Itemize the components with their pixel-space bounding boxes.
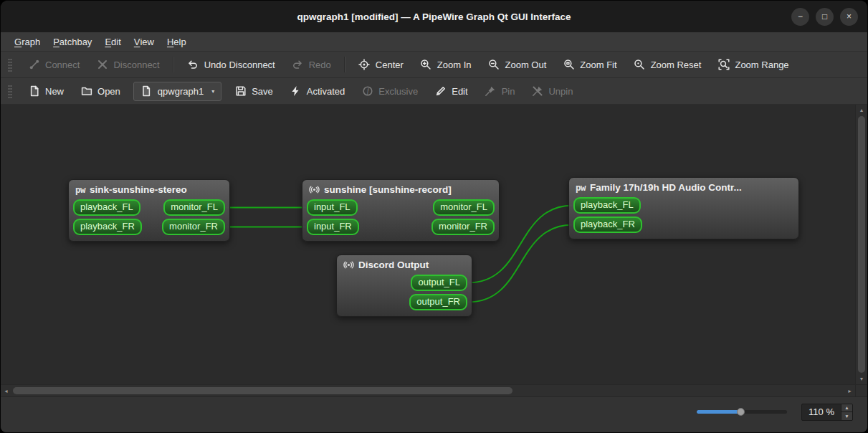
vertical-scroll-thumb[interactable] (858, 116, 865, 373)
connections-layer (1, 105, 855, 384)
horizontal-scroll-thumb[interactable] (13, 387, 512, 394)
app-window: qpwgraph1 [modified] — A PipeWire Graph … (0, 0, 868, 433)
port-monitor_FL[interactable]: monitor_FL (433, 199, 495, 216)
graph-zoom-out-label: Zoom Out (505, 60, 547, 70)
node-header[interactable]: pwsink-sunshine-stereo (73, 183, 225, 199)
graph-toolbar: ConnectDisconnectUndo DisconnectRedoCent… (1, 52, 867, 78)
main-area: pwsink-sunshine-stereoplayback_FLmonitor… (1, 105, 867, 384)
patchbay-edit-label: Edit (452, 86, 467, 97)
scroll-left-arrow-icon[interactable]: ◂ (1, 385, 11, 396)
zoom-slider-handle[interactable] (737, 408, 745, 416)
menu-view[interactable]: View (128, 32, 161, 51)
graph-zoom-in-label: Zoom In (437, 60, 472, 70)
port-output_FL[interactable]: output_FL (411, 275, 467, 291)
node-title: sunshine [sunshine-record] (324, 184, 452, 195)
pipewire-icon: pw (75, 184, 85, 195)
port-monitor_FR[interactable]: monitor_FR (431, 219, 495, 235)
patchbay-pin-button[interactable]: Pin (477, 82, 523, 101)
activated-icon (290, 85, 302, 97)
toolbar-drag-handle[interactable] (8, 84, 12, 98)
toolbar-drag-handle[interactable] (8, 57, 12, 72)
maximize-button[interactable]: □ (816, 8, 834, 26)
menu-graph[interactable]: Graph (8, 32, 47, 51)
zoom-range-icon (717, 59, 730, 71)
graph-disconnect-button[interactable]: Disconnect (89, 55, 166, 75)
patchbay-profile-combo[interactable]: qpwgraph1▾ (133, 82, 221, 101)
graph-undo-button[interactable]: Undo Disconnect (180, 55, 282, 75)
maximize-icon: □ (822, 12, 827, 21)
pipewire-icon: pw (576, 182, 586, 193)
zoom-reset-icon (634, 59, 646, 71)
patchbay-new-button[interactable]: New (21, 82, 71, 101)
horizontal-scrollbar[interactable]: ◂ ▸ (1, 385, 855, 396)
port-output_FR[interactable]: output_FR (409, 294, 467, 310)
scroll-right-arrow-icon[interactable]: ▸ (844, 385, 855, 396)
graph-node-sunshine[interactable]: sunshine [sunshine-record]input_FLmonito… (302, 179, 500, 242)
graph-canvas[interactable]: pwsink-sunshine-stereoplayback_FLmonitor… (1, 105, 855, 384)
graph-zoom-range-button[interactable]: Zoom Range (710, 55, 796, 75)
close-button[interactable]: × (840, 8, 858, 26)
zoom-out-icon (488, 59, 500, 71)
graph-zoom-range-label: Zoom Range (735, 60, 788, 70)
graph-node-discord[interactable]: Discord Outputoutput_FLoutput_FR (336, 254, 472, 317)
vertical-scrollbar[interactable]: ▴ ▾ (855, 105, 867, 384)
zoom-value[interactable]: 110 % (802, 404, 841, 420)
monitor-icon (309, 184, 320, 195)
graph-redo-button[interactable]: Redo (285, 55, 338, 75)
zoom-spin-down-button[interactable]: ▼ (841, 412, 852, 420)
port-input_FL[interactable]: input_FL (307, 199, 358, 216)
svg-text:f: f (367, 87, 370, 95)
node-header[interactable]: Discord Output (341, 258, 467, 275)
menu-patchbay[interactable]: Patchbay (47, 32, 98, 51)
zoom-fit-icon (563, 59, 575, 71)
node-header[interactable]: pwFamily 17h/19h HD Audio Contr... (573, 181, 794, 197)
titlebar[interactable]: qpwgraph1 [modified] — A PipeWire Graph … (1, 1, 867, 32)
patchbay-activated-label: Activated (307, 86, 345, 97)
graph-node-family[interactable]: pwFamily 17h/19h HD Audio Contr...playba… (568, 177, 799, 239)
scroll-down-arrow-icon[interactable]: ▾ (856, 373, 867, 384)
zoom-spinbox[interactable]: 110 % ▲ ▼ (801, 404, 853, 421)
horizontal-scroll-track[interactable] (11, 385, 844, 396)
edit-icon (434, 85, 447, 97)
port-playback_FR[interactable]: playback_FR (573, 217, 642, 233)
graph-zoom-out-button[interactable]: Zoom Out (481, 55, 554, 75)
unpin-icon (531, 85, 543, 97)
patchbay-edit-button[interactable]: Edit (427, 82, 474, 101)
graph-center-button[interactable]: Center (351, 55, 411, 75)
zoom-slider[interactable] (697, 406, 787, 419)
graph-zoom-in-button[interactable]: Zoom In (413, 55, 479, 75)
toolbar-separator (173, 57, 174, 72)
scrollbar-corner (855, 385, 867, 396)
port-monitor_FR[interactable]: monitor_FR (162, 219, 225, 235)
patchbay-exclusive-button[interactable]: fExclusive (354, 82, 425, 101)
statusbar: 110 % ▲ ▼ (1, 396, 867, 432)
patchbay-unpin-button[interactable]: Unpin (524, 82, 580, 101)
patchbay-save-button[interactable]: Save (227, 82, 280, 101)
menu-help[interactable]: Help (161, 32, 193, 51)
port-playback_FL[interactable]: playback_FL (73, 199, 140, 216)
minimize-button[interactable]: − (791, 8, 809, 26)
graph-zoom-fit-label: Zoom Fit (580, 60, 616, 70)
menu-edit[interactable]: Edit (98, 32, 127, 51)
scroll-up-arrow-icon[interactable]: ▴ (856, 105, 867, 115)
node-header[interactable]: sunshine [sunshine-record] (307, 183, 495, 199)
zoom-spin-arrows: ▲ ▼ (841, 404, 852, 420)
patchbay-activated-button[interactable]: Activated (282, 82, 352, 101)
graph-zoom-fit-button[interactable]: Zoom Fit (555, 55, 624, 75)
node-title: Family 17h/19h HD Audio Contr... (590, 182, 742, 193)
chevron-down-icon: ▾ (211, 88, 214, 95)
port-playback_FL[interactable]: playback_FL (573, 197, 641, 214)
new-icon (28, 85, 40, 97)
zoom-spin-up-button[interactable]: ▲ (841, 404, 852, 413)
port-monitor_FL[interactable]: monitor_FL (163, 199, 225, 216)
patchbay-save-label: Save (252, 86, 273, 97)
patchbay-open-button[interactable]: Open (73, 82, 128, 101)
port-input_FR[interactable]: input_FR (307, 219, 359, 235)
graph-node-sink[interactable]: pwsink-sunshine-stereoplayback_FLmonitor… (68, 179, 230, 242)
center-icon (358, 59, 371, 71)
graph-disconnect-label: Disconnect (113, 60, 159, 70)
graph-connect-button[interactable]: Connect (21, 55, 87, 75)
graph-zoom-reset-button[interactable]: Zoom Reset (626, 55, 709, 75)
port-playback_FR[interactable]: playback_FR (73, 219, 142, 235)
node-title: Discord Output (358, 260, 429, 270)
